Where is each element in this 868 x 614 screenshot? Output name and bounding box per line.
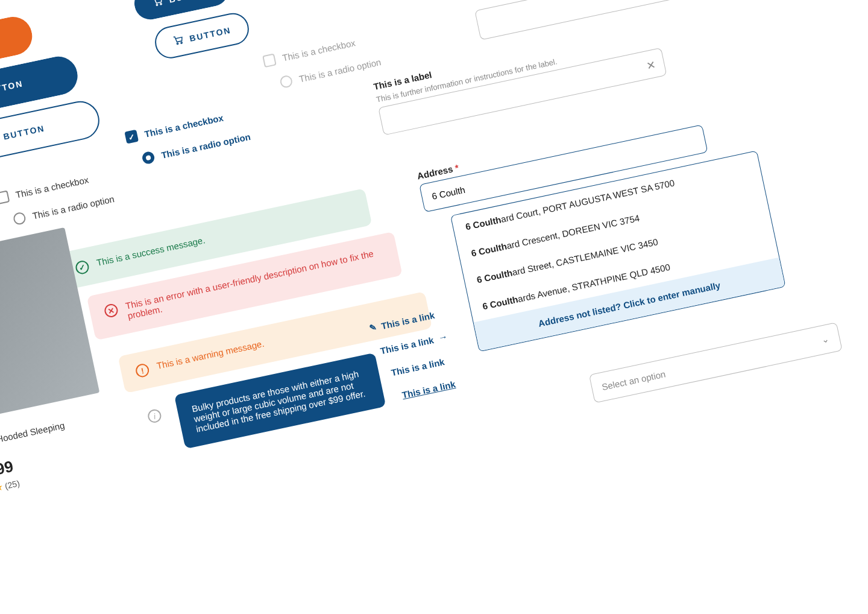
radio-box [141, 151, 156, 165]
checkbox-box [0, 190, 10, 204]
required-indicator: * [454, 162, 459, 173]
radio-label: This is a radio option [31, 194, 115, 221]
button-label: BUTTON [189, 25, 232, 43]
check-circle-icon: ✓ [74, 259, 90, 275]
radio-label: This is a radio option [298, 57, 382, 84]
cart-icon [172, 33, 185, 48]
link-plain[interactable]: This is a link [390, 356, 445, 378]
checkbox-label: This is a checkbox [14, 174, 89, 200]
form-field: This is a label This is further informat… [373, 22, 667, 136]
checkbox-box [262, 53, 277, 68]
pencil-icon: ✎ [368, 322, 377, 333]
svg-point-1 [160, 3, 162, 5]
link-underline[interactable]: This is a link [401, 379, 456, 400]
svg-point-3 [181, 42, 183, 44]
button-label: BUTTON [168, 0, 212, 4]
radio-box [279, 74, 294, 89]
link-label: This is a link [379, 335, 435, 356]
select-placeholder: Select an option [601, 369, 667, 392]
link-label: This is a link [401, 379, 456, 400]
svg-point-2 [177, 43, 178, 45]
button-label: BUTTON [2, 123, 46, 141]
checkbox-label: This is a checkbox [281, 37, 356, 63]
alert-text: This is a warning message. [156, 338, 265, 371]
radio-label: This is a radio option [160, 131, 251, 160]
alert-text: Bulky products are those with either a h… [191, 367, 370, 434]
arrow-right-icon: → [437, 331, 448, 344]
select-input[interactable]: Select an option ⌄ [589, 322, 843, 403]
info-icon: i [146, 408, 162, 424]
chevron-down-icon: ⌄ [821, 333, 831, 345]
cart-icon [151, 0, 165, 9]
button-label: BUTTON [0, 78, 24, 97]
button-outline[interactable]: BUTTON [0, 98, 103, 167]
checkbox-label: This is a checkbox [143, 112, 224, 139]
button-cart-outline[interactable]: BUTTON [152, 10, 252, 62]
radio-box [13, 211, 27, 226]
link-label: This is a link [390, 356, 445, 378]
clear-icon[interactable]: ✕ [645, 59, 656, 74]
alert-text: This is a success message. [96, 235, 206, 268]
checkbox-box [124, 130, 139, 144]
review-count: (25) [4, 478, 20, 491]
warning-circle-icon: ! [134, 362, 150, 378]
svg-point-0 [156, 4, 158, 6]
x-circle-icon: ✕ [103, 303, 119, 318]
